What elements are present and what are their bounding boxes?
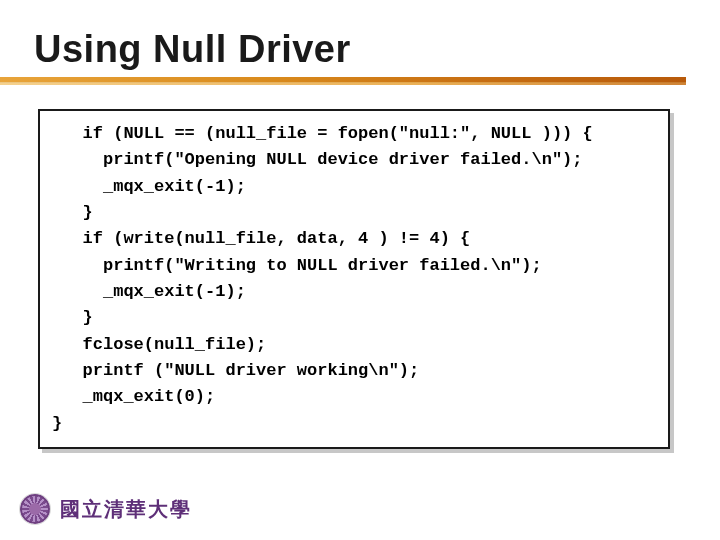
footer: 國立清華大學 (20, 494, 192, 524)
university-emblem-icon (20, 494, 50, 524)
slide: Using Null Driver if (NULL == (null_file… (0, 0, 720, 540)
title-underline (34, 77, 686, 89)
code-box: if (NULL == (null_file = fopen("null:", … (38, 109, 670, 449)
slide-title: Using Null Driver (34, 28, 686, 71)
university-name: 國立清華大學 (60, 496, 192, 523)
code-block: if (NULL == (null_file = fopen("null:", … (52, 121, 656, 437)
